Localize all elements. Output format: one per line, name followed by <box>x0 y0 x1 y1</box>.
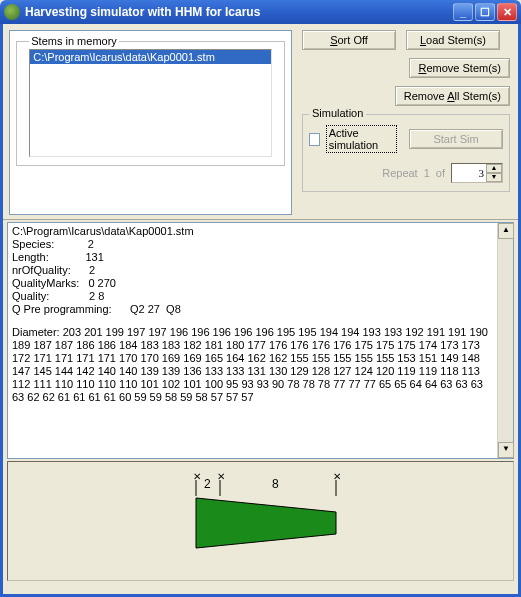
minimize-button[interactable]: _ <box>453 3 473 21</box>
simulation-group: Simulation Active simulation Start Sim R… <box>302 114 510 192</box>
repeat-spinner[interactable]: ▲ ▼ <box>451 163 503 183</box>
spin-up-button[interactable]: ▲ <box>486 164 502 173</box>
simulation-row-2: Repeat 1 of ▲ ▼ <box>309 163 503 183</box>
app-icon <box>4 4 20 20</box>
quality-row: Quality: 2 8 <box>12 290 493 303</box>
qpre-row: Q Pre programming: Q2 27 Q8 <box>12 303 493 316</box>
nrq-row: nrOfQuality: 2 <box>12 264 493 277</box>
output-file: C:\Program\Icarus\data\Kap0001.stm <box>12 225 493 238</box>
length-row: Length: 131 <box>12 251 493 264</box>
stem-visual-panel: ✕ ✕ ✕ 2 8 <box>7 461 514 581</box>
active-simulation-label: Active simulation <box>326 125 397 153</box>
qmarks-row: QualityMarks: 0 270 <box>12 277 493 290</box>
button-row-3: Remove All Stem(s) <box>302 86 510 106</box>
simulation-row-1: Active simulation Start Sim <box>309 125 503 153</box>
upper-panel: Stems in memory C:\Program\Icarus\data\K… <box>3 24 518 220</box>
start-sim-button[interactable]: Start Sim <box>409 129 503 149</box>
spin-down-button[interactable]: ▼ <box>486 173 502 182</box>
seg2-label: 8 <box>272 477 279 491</box>
species-row: Species: 2 <box>12 238 493 251</box>
close-button[interactable]: ✕ <box>497 3 517 21</box>
svg-text:✕: ✕ <box>333 471 341 482</box>
left-column: Stems in memory C:\Program\Icarus\data\K… <box>3 24 296 219</box>
titlebar: Harvesting simulator with HHM for Icarus… <box>0 0 521 24</box>
output-scrollbar[interactable]: ▲ ▼ <box>497 223 513 458</box>
repeat-label: Repeat <box>382 167 417 179</box>
right-column: Sort Off Load Stem(s) Remove Stem(s) Rem… <box>296 24 518 219</box>
stems-legend: Stems in memory <box>29 35 119 47</box>
load-stems-button[interactable]: Load Stem(s) <box>406 30 500 50</box>
remove-stems-button[interactable]: Remove Stem(s) <box>409 58 510 78</box>
window-title: Harvesting simulator with HHM for Icarus <box>25 5 453 19</box>
button-row-1: Sort Off Load Stem(s) <box>302 30 510 50</box>
repeat-of: of <box>436 167 445 179</box>
svg-text:✕: ✕ <box>193 471 201 482</box>
diameters-block: Diameter: 203 201 199 197 197 196 196 19… <box>12 326 493 404</box>
scroll-down-button[interactable]: ▼ <box>498 442 514 458</box>
simulation-legend: Simulation <box>309 107 366 119</box>
stems-panel: Stems in memory C:\Program\Icarus\data\K… <box>9 30 292 215</box>
list-item[interactable]: C:\Program\Icarus\data\Kap0001.stm <box>30 50 271 64</box>
active-simulation-checkbox[interactable] <box>309 133 320 146</box>
sort-off-button[interactable]: Sort Off <box>302 30 396 50</box>
seg1-label: 2 <box>204 477 211 491</box>
repeat-value-input[interactable] <box>452 164 486 182</box>
button-row-2: Remove Stem(s) <box>302 58 510 78</box>
stems-listbox[interactable]: C:\Program\Icarus\data\Kap0001.stm <box>29 49 272 157</box>
svg-text:✕: ✕ <box>217 471 225 482</box>
repeat-index: 1 <box>424 167 430 179</box>
stem-diagram: ✕ ✕ ✕ 2 8 <box>188 468 358 568</box>
client-area: Stems in memory C:\Program\Icarus\data\K… <box>0 24 521 597</box>
stem-shape <box>196 498 336 548</box>
stems-group: Stems in memory C:\Program\Icarus\data\K… <box>16 35 285 166</box>
remove-all-stems-button[interactable]: Remove All Stem(s) <box>395 86 510 106</box>
output-text: C:\Program\Icarus\data\Kap0001.stm Speci… <box>8 223 497 458</box>
maximize-button[interactable]: ☐ <box>475 3 495 21</box>
window-buttons: _ ☐ ✕ <box>453 3 517 21</box>
output-panel: C:\Program\Icarus\data\Kap0001.stm Speci… <box>7 222 514 459</box>
scroll-up-button[interactable]: ▲ <box>498 223 514 239</box>
